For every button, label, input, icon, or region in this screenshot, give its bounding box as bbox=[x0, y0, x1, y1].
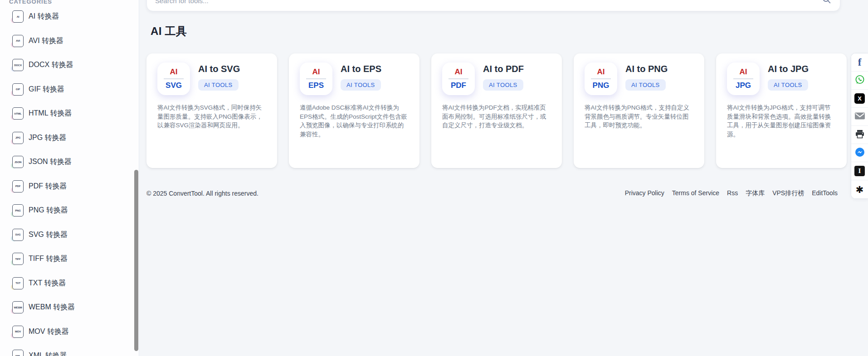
category-list: AI AI 转换器 AVI AVI 转换器 DOCX DOCX 转换器 GIF … bbox=[0, 0, 139, 356]
x-twitter-icon: X bbox=[854, 93, 865, 104]
facebook-share-button[interactable]: f bbox=[851, 53, 868, 72]
tile-divider bbox=[164, 78, 184, 79]
messenger-icon bbox=[854, 147, 865, 159]
file-type-icon: XML bbox=[12, 350, 24, 356]
file-type-icon: JSON bbox=[12, 156, 24, 168]
card-description: 将AI文件转换为PNG格式，支持自定义背景颜色与画质调节。专业矢量转位图工具，即… bbox=[585, 103, 693, 130]
sidebar-item-svg[interactable]: SVG SVG 转换器 bbox=[0, 223, 139, 247]
search-icon[interactable] bbox=[822, 0, 832, 6]
sidebar-item-mov[interactable]: MOV MOV 转换器 bbox=[0, 320, 139, 344]
footer-link-rss[interactable]: Rss bbox=[727, 189, 738, 197]
card-title: AI to EPS bbox=[341, 64, 381, 74]
more-share-icon: ✱ bbox=[856, 185, 864, 194]
sidebar-item-label: HTML 转换器 bbox=[29, 109, 72, 118]
email-icon bbox=[854, 111, 865, 123]
conversion-tile-icon: AI SVG bbox=[157, 63, 190, 95]
sidebar-item-label: TIFF 转换器 bbox=[29, 254, 68, 264]
whatsapp-share-button[interactable] bbox=[851, 72, 868, 90]
sidebar-item-jpg[interactable]: JPG JPG 转换器 bbox=[0, 126, 139, 150]
sidebar-item-json[interactable]: JSON JSON 转换器 bbox=[0, 150, 139, 174]
footer-link-edittools[interactable]: EditTools bbox=[812, 189, 838, 197]
tile-divider bbox=[733, 78, 753, 79]
sidebar-item-label: JPG 转换器 bbox=[29, 133, 67, 143]
card-description: 将AI文件转换为SVG格式，同时保持矢量图形质量。支持嵌入PNG图像表示，以兼容… bbox=[157, 103, 266, 130]
tool-cards-row: AI SVG AI to SVG AI TOOLS 将AI文件转换为SVG格式，… bbox=[146, 53, 847, 168]
sidebar-item-label: TXT 转换器 bbox=[29, 279, 66, 288]
tool-card-ai-to-pdf[interactable]: AI PDF AI to PDF AI TOOLS 将AI文件转换为PDF文档，… bbox=[431, 53, 562, 168]
search-bar bbox=[146, 0, 840, 11]
sidebar-item-label: AVI 转换器 bbox=[29, 36, 63, 46]
card-title: AI to PNG bbox=[625, 64, 668, 74]
tile-divider bbox=[306, 78, 326, 79]
sidebar-item-label: WEBM 转换器 bbox=[29, 303, 75, 312]
conversion-tile-icon: AI EPS bbox=[300, 63, 332, 95]
sidebar-item-label: GIF 转换器 bbox=[29, 85, 64, 94]
sidebar-item-avi[interactable]: AVI AVI 转换器 bbox=[0, 29, 139, 53]
search-input[interactable] bbox=[155, 0, 822, 5]
file-type-icon: TIFF bbox=[12, 253, 24, 265]
footer-links: Privacy Policy Terms of Service Rss 字体库 … bbox=[625, 189, 838, 197]
card-title: AI to SVG bbox=[198, 64, 240, 74]
tool-card-ai-to-eps[interactable]: AI EPS AI to EPS AI TOOLS 遵循Adobe DSC标准将… bbox=[289, 53, 419, 168]
tool-card-ai-to-jpg[interactable]: AI JPG AI to JPG AI TOOLS 将AI文件转换为JPG格式，… bbox=[716, 53, 847, 168]
conversion-tile-icon: AI PNG bbox=[585, 63, 617, 95]
file-type-icon: PDF bbox=[12, 180, 24, 192]
conversion-tile-icon: AI PDF bbox=[442, 63, 475, 95]
card-category-badge: AI TOOLS bbox=[341, 79, 381, 91]
copyright-text: © 2025 ConvertTool. All rights reserved. bbox=[146, 190, 258, 197]
sidebar-item-docx[interactable]: DOCX DOCX 转换器 bbox=[0, 53, 139, 77]
sidebar-item-webm[interactable]: WEBM WEBM 转换器 bbox=[0, 295, 139, 320]
sidebar-item-txt[interactable]: TXT TXT 转换器 bbox=[0, 271, 139, 296]
file-type-icon: MOV bbox=[12, 326, 24, 338]
file-type-icon: AI bbox=[12, 10, 24, 23]
sidebar-item-xml[interactable]: XML XML 转换器 bbox=[0, 344, 139, 356]
sidebar-item-label: SVG 转换器 bbox=[29, 230, 68, 240]
print-share-button[interactable] bbox=[851, 126, 868, 144]
footer-link-privacy-policy[interactable]: Privacy Policy bbox=[625, 189, 664, 197]
print-icon bbox=[854, 129, 865, 141]
x-twitter-share-button[interactable]: X bbox=[851, 90, 868, 108]
file-type-icon: WEBM bbox=[12, 301, 24, 313]
tile-divider bbox=[591, 78, 611, 79]
footer-link-vps-ranking[interactable]: VPS排行榜 bbox=[772, 189, 804, 197]
sidebar-item-gif[interactable]: GIF GIF 转换器 bbox=[0, 77, 139, 102]
sidebar-item-html[interactable]: HTML HTML 转换器 bbox=[0, 101, 139, 126]
card-description: 将AI文件转换为PDF文档，实现精准页面布局控制。可选用标准纸张尺寸，或自定义尺… bbox=[442, 103, 551, 130]
sidebar-item-label: AI 转换器 bbox=[29, 12, 59, 21]
card-description: 将AI文件转换为JPG格式，支持可调节质量滑块和背景色选项。高效批量转换工具，用… bbox=[727, 103, 836, 139]
sidebar-item-label: DOCX 转换器 bbox=[29, 60, 73, 70]
sidebar-item-label: MOV 转换器 bbox=[29, 327, 69, 337]
sidebar-scrollbar-thumb[interactable] bbox=[134, 170, 138, 351]
sidebar-item-png[interactable]: PNG PNG 转换器 bbox=[0, 198, 139, 223]
main-content: AI 工具 AI SVG AI to SVG AI TOOLS 将AI文件转换为… bbox=[140, 0, 868, 356]
sidebar-item-label: PDF 转换器 bbox=[29, 182, 67, 191]
sidebar-item-pdf[interactable]: PDF PDF 转换器 bbox=[0, 174, 139, 199]
sidebar-item-label: PNG 转换器 bbox=[29, 206, 68, 215]
card-category-badge: AI TOOLS bbox=[625, 79, 666, 91]
sidebar-item-label: XML 转换器 bbox=[29, 351, 67, 356]
file-type-icon: HTML bbox=[12, 107, 24, 120]
file-type-icon: SVG bbox=[12, 229, 24, 241]
facebook-icon: f bbox=[858, 57, 862, 68]
footer-link-font-library[interactable]: 字体库 bbox=[746, 189, 765, 197]
whatsapp-icon bbox=[854, 74, 865, 87]
card-category-badge: AI TOOLS bbox=[198, 79, 239, 91]
instapaper-share-button[interactable]: I bbox=[851, 162, 868, 180]
tool-card-ai-to-png[interactable]: AI PNG AI to PNG AI TOOLS 将AI文件转换为PNG格式，… bbox=[574, 53, 704, 168]
file-type-icon: GIF bbox=[12, 83, 24, 96]
card-title: AI to PDF bbox=[483, 64, 524, 74]
tool-card-ai-to-svg[interactable]: AI SVG AI to SVG AI TOOLS 将AI文件转换为SVG格式，… bbox=[146, 53, 277, 168]
sidebar-item-tiff[interactable]: TIFF TIFF 转换器 bbox=[0, 247, 139, 271]
file-type-icon: JPG bbox=[12, 132, 24, 144]
page-title: AI 工具 bbox=[151, 24, 187, 38]
more-share-button[interactable]: ✱ bbox=[851, 180, 868, 198]
footer-link-terms-of-service[interactable]: Terms of Service bbox=[672, 189, 719, 197]
messenger-share-button[interactable] bbox=[851, 144, 868, 162]
email-share-button[interactable] bbox=[851, 108, 868, 126]
sidebar-header: CATEGORIES bbox=[9, 0, 52, 5]
card-title: AI to JPG bbox=[768, 64, 809, 74]
sidebar-item-ai[interactable]: AI AI 转换器 bbox=[0, 5, 139, 29]
card-description: 遵循Adobe DSC标准将AI文件转换为EPS格式。生成的PostScript… bbox=[300, 103, 409, 139]
tile-divider bbox=[449, 78, 468, 79]
card-category-badge: AI TOOLS bbox=[768, 79, 808, 91]
